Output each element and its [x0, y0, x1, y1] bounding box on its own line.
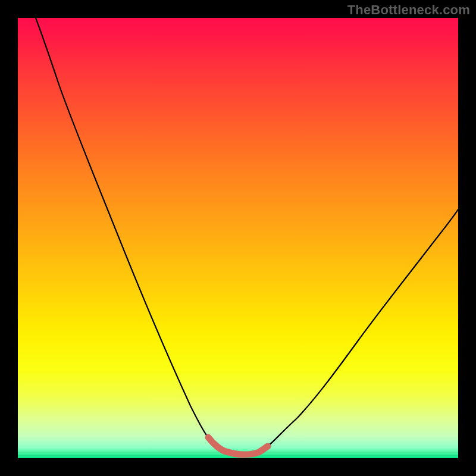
watermark-text: TheBottleneck.com	[347, 2, 470, 18]
plot-area	[18, 18, 458, 458]
chart-frame: TheBottleneck.com	[0, 0, 476, 476]
bottleneck-curve-path	[36, 18, 458, 455]
valley-marker-path	[208, 437, 268, 455]
curve-svg	[18, 18, 458, 458]
